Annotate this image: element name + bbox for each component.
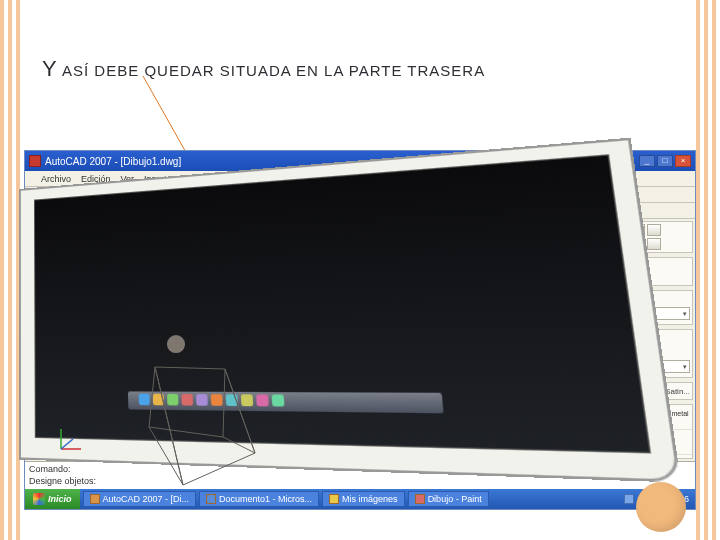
window-title: AutoCAD 2007 - [Dibujo1.dwg] xyxy=(45,156,181,167)
slide-accent-circle xyxy=(636,482,686,532)
windows-taskbar[interactable]: Inicio AutoCAD 2007 - [Di... Documento1 … xyxy=(25,489,695,509)
app-icon xyxy=(329,494,339,504)
section-label: Satin... xyxy=(665,387,690,396)
start-label: Inicio xyxy=(48,494,72,504)
taskbar-item[interactable]: Dibujo - Paint xyxy=(408,491,489,507)
app-icon xyxy=(90,494,100,504)
slide-title: Y ASÍ DEBE QUEDAR SITUADA EN LA PARTE TR… xyxy=(42,56,485,82)
title-rest: ASÍ DEBE QUEDAR SITUADA EN LA PARTE TRAS… xyxy=(58,62,485,79)
menu-item[interactable]: Archivo xyxy=(41,174,71,184)
main-area: Vista actual no guardada Estructura alám… xyxy=(25,219,695,461)
model-screen xyxy=(34,154,651,453)
maximize-button[interactable]: □ xyxy=(657,155,673,167)
slide-border-right xyxy=(696,0,720,540)
app-icon xyxy=(29,155,41,167)
taskbar-item[interactable]: Mis imágenes xyxy=(322,491,405,507)
autocad-window: AutoCAD 2007 - [Dibujo1.dwg] _ □ × Archi… xyxy=(24,150,696,510)
start-button[interactable]: Inicio xyxy=(25,489,80,509)
svg-line-3 xyxy=(61,439,73,449)
app-icon xyxy=(206,494,216,504)
viewport-3d[interactable] xyxy=(49,219,545,461)
windows-logo-icon xyxy=(33,493,45,505)
taskbar-item[interactable]: Documento1 - Micros... xyxy=(199,491,319,507)
model-stand xyxy=(145,357,285,497)
model-monitor xyxy=(19,138,681,483)
apple-logo-icon xyxy=(167,335,185,353)
taskbar-item[interactable]: AutoCAD 2007 - [Di... xyxy=(83,491,197,507)
minimize-button[interactable]: _ xyxy=(639,155,655,167)
pyramid-icon[interactable] xyxy=(647,224,661,236)
ucs-icon xyxy=(55,425,85,455)
close-button[interactable]: × xyxy=(675,155,691,167)
app-icon xyxy=(415,494,425,504)
title-y: Y xyxy=(42,56,58,81)
intersect-icon[interactable] xyxy=(647,238,661,250)
tray-icon[interactable] xyxy=(624,494,634,504)
